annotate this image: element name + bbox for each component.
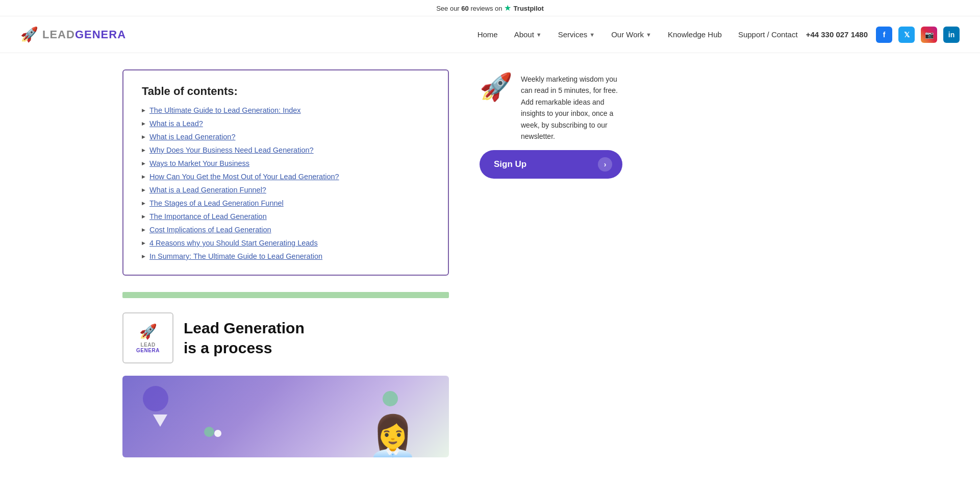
lead-gen-logo-box: 🚀 LEAD GENERA	[122, 312, 173, 363]
lead-gen-header: 🚀 LEAD GENERA Lead Generation is a proce…	[122, 312, 449, 363]
toc-link-4[interactable]: Why Does Your Business Need Lead Generat…	[149, 146, 314, 154]
logo-rocket-icon: 🚀	[20, 26, 38, 43]
trustpilot-text-prefix: See our	[436, 5, 461, 12]
list-item: What is Lead Generation?	[142, 133, 430, 141]
toc-link-7[interactable]: What is a Lead Generation Funnel?	[149, 186, 266, 194]
table-of-contents: Table of contents: The Ultimate Guide to…	[122, 69, 449, 276]
list-item: How Can You Get the Most Out of Your Lea…	[142, 173, 430, 181]
nav-our-work[interactable]: Our Work ▼	[611, 30, 651, 39]
decoration-circle-green	[383, 391, 398, 406]
toc-link-10[interactable]: Cost Implications of Lead Generation	[149, 226, 271, 234]
list-item: Ways to Market Your Business	[142, 159, 430, 167]
logo-genera: GENERA	[75, 28, 126, 41]
toc-link-9[interactable]: The Importance of Lead Generation	[149, 212, 267, 221]
nav-services[interactable]: Services ▼	[558, 30, 595, 39]
trustpilot-text-suffix: reviews on	[469, 5, 502, 12]
toc-link-6[interactable]: How Can You Get the Most Out of Your Lea…	[149, 173, 339, 181]
nav-knowledge-hub[interactable]: Knowledge Hub	[668, 30, 722, 39]
logo-text: LEADGENERA	[42, 28, 126, 41]
toc-link-5[interactable]: Ways to Market Your Business	[149, 159, 249, 167]
toc-link-3[interactable]: What is Lead Generation?	[149, 133, 235, 141]
newsletter-rocket-icon: 🚀	[480, 74, 513, 100]
decoration-triangle	[153, 414, 167, 427]
services-dropdown-icon: ▼	[589, 32, 595, 38]
list-item: In Summary: The Ultimate Guide to Lead G…	[142, 252, 430, 260]
toc-list: The Ultimate Guide to Lead Generation: I…	[142, 106, 430, 260]
header: 🚀 LEADGENERA Home About ▼ Services ▼ Our…	[0, 16, 980, 53]
signup-button[interactable]: Sign Up ›	[480, 150, 622, 179]
logo-link[interactable]: 🚀 LEADGENERA	[20, 26, 126, 43]
green-divider	[122, 292, 449, 298]
nav-about[interactable]: About ▼	[514, 30, 542, 39]
content-column: Table of contents: The Ultimate Guide to…	[122, 69, 449, 457]
newsletter-icon-row: 🚀 Weekly marketing wisdom you can read i…	[480, 74, 622, 142]
facebook-icon[interactable]: f	[876, 27, 892, 43]
toc-link-8[interactable]: The Stages of a Lead Generation Funnel	[149, 199, 284, 207]
list-item: The Stages of a Lead Generation Funnel	[142, 199, 430, 207]
phone-number: +44 330 027 1480	[806, 30, 868, 39]
newsletter-description: Weekly marketing wisdom you can read in …	[521, 74, 622, 142]
sidebar: 🚀 Weekly marketing wisdom you can read i…	[480, 69, 622, 457]
list-item: The Ultimate Guide to Lead Generation: I…	[142, 106, 430, 114]
decoration-dot	[214, 430, 221, 437]
trustpilot-brand: Trustpilot	[514, 5, 544, 12]
lead-gen-logo-text: LEAD GENERA	[136, 342, 160, 353]
trustpilot-star-icon: ★	[504, 4, 513, 12]
signup-arrow-icon: ›	[598, 157, 612, 172]
lead-gen-image: 👩‍💼	[122, 376, 449, 457]
our-work-dropdown-icon: ▼	[646, 32, 651, 38]
trustpilot-bar: See our 60 reviews on ★ Trustpilot	[0, 0, 980, 16]
nav-home[interactable]: Home	[478, 30, 498, 39]
list-item: 4 Reasons why you Should Start Generatin…	[142, 239, 430, 247]
main-content: Table of contents: The Ultimate Guide to…	[0, 53, 980, 474]
list-item: What is a Lead?	[142, 119, 430, 128]
list-item: Why Does Your Business Need Lead Generat…	[142, 146, 430, 154]
lead-gen-logo-genera: GENERA	[136, 348, 160, 353]
toc-link-11[interactable]: 4 Reasons why you Should Start Generatin…	[149, 239, 318, 247]
newsletter-box: 🚀 Weekly marketing wisdom you can read i…	[480, 74, 622, 179]
lead-gen-title: Lead Generation is a process	[184, 318, 305, 358]
list-item: What is a Lead Generation Funnel?	[142, 186, 430, 194]
linkedin-icon[interactable]: in	[943, 27, 960, 43]
twitter-icon[interactable]: 𝕏	[898, 27, 915, 43]
toc-title: Table of contents:	[142, 85, 430, 98]
about-dropdown-icon: ▼	[536, 32, 542, 38]
signup-label: Sign Up	[494, 159, 526, 169]
list-item: The Importance of Lead Generation	[142, 212, 430, 221]
decoration-circle-green2	[204, 427, 214, 437]
main-nav: Home About ▼ Services ▼ Our Work ▼ Knowl…	[478, 30, 798, 39]
trustpilot-count: 60	[461, 5, 468, 12]
decoration-circle-purple	[143, 386, 168, 411]
toc-link-12[interactable]: In Summary: The Ultimate Guide to Lead G…	[149, 252, 322, 260]
toc-link-1[interactable]: The Ultimate Guide to Lead Generation: I…	[149, 106, 301, 114]
social-icons: f 𝕏 📷 in	[876, 27, 960, 43]
lead-gen-rocket-icon: 🚀	[139, 323, 157, 340]
lead-gen-logo-lead: LEAD	[140, 342, 155, 348]
illustration-figure: 👩‍💼	[367, 417, 418, 457]
nav-support-contact[interactable]: Support / Contact	[738, 30, 798, 39]
instagram-icon[interactable]: 📷	[921, 27, 937, 43]
toc-link-2[interactable]: What is a Lead?	[149, 119, 203, 128]
list-item: Cost Implications of Lead Generation	[142, 226, 430, 234]
logo-lead: LEAD	[42, 28, 75, 41]
